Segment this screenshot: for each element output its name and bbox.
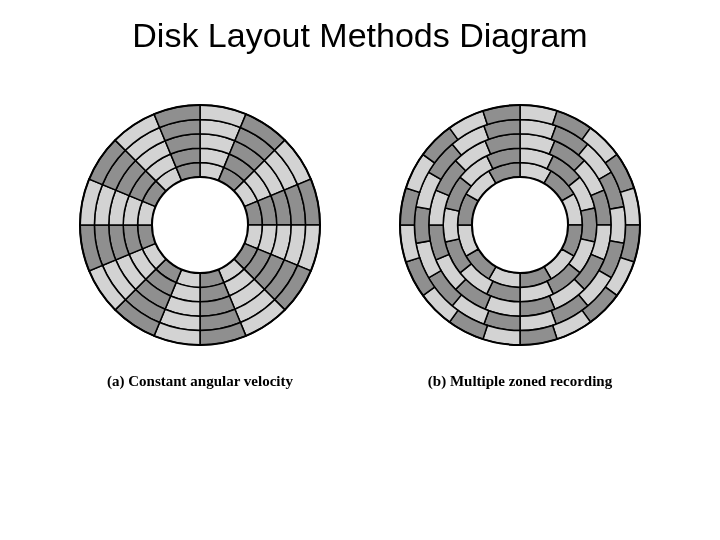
- disk-mzr: [390, 95, 650, 355]
- caption-b: (b) Multiple zoned recording: [428, 373, 612, 390]
- panel-mzr: (b) Multiple zoned recording: [390, 95, 650, 390]
- disk-cav: [70, 95, 330, 355]
- svg-point-3: [472, 177, 568, 273]
- caption-a: (a) Constant angular velocity: [107, 373, 293, 390]
- panel-cav: (a) Constant angular velocity: [70, 95, 330, 390]
- svg-point-1: [152, 177, 248, 273]
- diagram-row: (a) Constant angular velocity (b) Multip…: [0, 95, 720, 390]
- page-title: Disk Layout Methods Diagram: [0, 0, 720, 55]
